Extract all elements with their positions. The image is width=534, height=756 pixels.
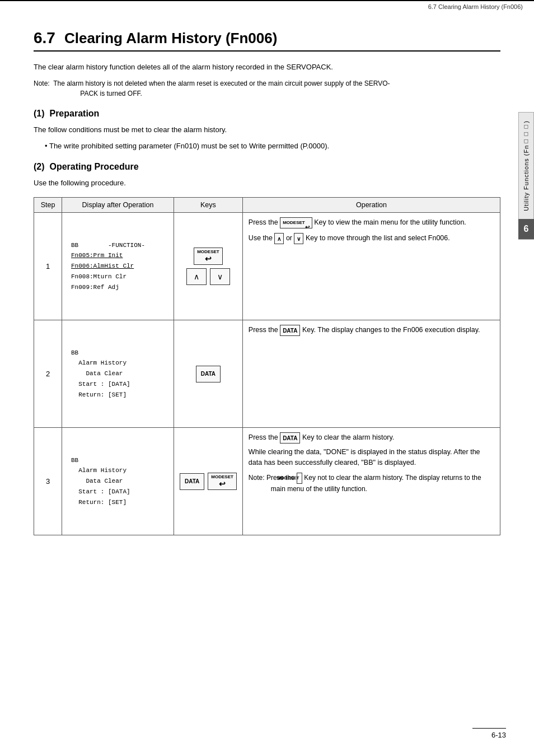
display-2: BB Alarm History Data Clear Start : [DAT… [62,320,174,428]
table-row: 1 BB ‑FUNCTION‑ Fn005:Prm Init Fn006:Alm… [34,213,500,320]
page-header: 6.7 Clearing Alarm History (Fn006) [0,0,534,12]
procedure-table: Step Display after Operation Keys Operat… [34,197,500,535]
step-3: 3 [34,428,62,535]
inline-up-ref: ∧ [274,233,284,244]
sub1-title: (1) Preparation [34,109,99,118]
sub-section-1: (1) Preparation [34,109,500,119]
col-header-operation: Operation [242,198,500,213]
table-row: 3 BB Alarm History Data Clear Start : [D… [34,428,500,535]
sub2-title: (2) Operating Procedure [34,162,139,171]
keys-2: DATA [174,320,243,428]
col-header-display: Display after Operation [62,198,174,213]
inline-modeset-ref: MODESET↩ [280,217,312,228]
sub-section-2: (2) Operating Procedure [34,162,500,172]
operation-3: Press the DATA Key to clear the alarm hi… [242,428,500,535]
col-header-keys: Keys [174,198,243,213]
step-1: 1 [34,213,62,320]
display-3: BB Alarm History Data Clear Start : [DAT… [62,428,174,535]
step-2: 2 [34,320,62,428]
intro-text: The clear alarm history function deletes… [34,62,500,73]
sidebar-tab-label: Utility Functions (Fn□□□) [519,113,533,219]
inline-data-ref-3: DATA [280,432,300,444]
right-sidebar: Utility Functions (Fn□□□) 6 [518,112,534,240]
down-arrow-key: ∨ [210,268,230,285]
up-arrow-key: ∧ [186,268,207,285]
intro-note: Note: The alarm history is not deleted w… [34,78,500,99]
section-name: Clearing Alarm History (Fn006) [64,30,277,47]
data-key-3: DATA [180,473,204,490]
keys-1: MODESET ↩ ∧ ∨ [174,213,243,320]
operation-1: Press the MODESET↩ Key to view the main … [242,213,500,320]
op-note-3: Note: Press the MODESET ↩ Key not to cle… [249,473,494,494]
col-header-step: Step [34,198,62,213]
inline-down-ref: ∨ [294,233,303,244]
data-key: DATA [196,366,221,382]
section-number: 6.7 [34,29,55,47]
modeset-key-3: MODESET ↩ [208,473,237,490]
display-1: BB ‑FUNCTION‑ Fn005:Prm Init Fn006:AlmHi… [62,213,174,320]
keys-3: DATA MODESET ↩ [174,428,243,535]
operation-2: Press the DATA Key. The display changes … [242,320,500,428]
sub1-body: The follow conditions must be met to cle… [34,124,500,136]
main-content: 6.7 Clearing Alarm History (Fn006) The c… [0,12,534,552]
inline-modeset-ref-3: MODESET ↩ [297,473,302,484]
note-label: Note: The alarm history is not deleted w… [34,80,390,97]
table-row: 2 BB Alarm History Data Clear Start : [D… [34,320,500,428]
header-title: 6.7 Clearing Alarm History (Fn006) [428,3,523,10]
sidebar-number: 6 [518,219,534,239]
inline-data-ref: DATA [280,325,300,336]
modeset-key: MODESET ↩ [194,248,223,265]
section-title-block: 6.7 Clearing Alarm History (Fn006) [34,29,500,52]
sub1-bullet-1: The write prohibited setting parameter (… [34,141,500,152]
page-number: 6-13 [472,728,506,739]
sub2-body: Use the following procedure. [34,178,500,189]
